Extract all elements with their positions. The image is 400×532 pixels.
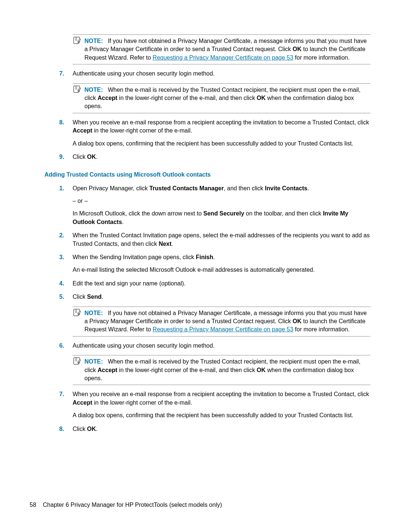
or-text: – or –: [73, 197, 370, 205]
list-item: 1. Open Privacy Manager, click Trusted C…: [59, 184, 370, 227]
step-text: in the lower-right corner of the e-mail.: [92, 127, 192, 134]
step-number: 5.: [59, 293, 73, 301]
chapter-title: Chapter 6 Privacy Manager for HP Protect…: [43, 502, 222, 508]
step-number: 3.: [59, 253, 73, 261]
list-item: 8. Click OK.: [59, 425, 370, 433]
step-text: When the Trusted Contact Invitation page…: [73, 232, 370, 247]
bold-accept: Accept: [98, 95, 117, 101]
list-item: 8. When you receive an e-mail response f…: [59, 118, 370, 148]
step-text: Click: [73, 426, 87, 432]
step-text: on the toolbar, and then click: [244, 210, 323, 217]
link-request-cert[interactable]: Requesting a Privacy Manager Certificate…: [153, 326, 293, 332]
bold-next: Next: [159, 241, 171, 247]
bold-finish: Finish: [196, 254, 213, 260]
link-request-cert[interactable]: Requesting a Privacy Manager Certificate…: [153, 54, 293, 61]
note-box: NOTE: When the e-mail is received by the…: [73, 355, 370, 385]
step-text: , and then click: [224, 185, 265, 191]
note-label: NOTE:: [84, 87, 103, 93]
note-text: for more information.: [293, 54, 350, 61]
note-box: NOTE: When the e-mail is received by the…: [73, 83, 370, 113]
step-para: An e-mail listing the selected Microsoft…: [73, 266, 370, 274]
step-number: 4.: [59, 280, 73, 288]
bold-ok: OK: [87, 426, 96, 432]
note-icon: [73, 85, 81, 94]
bold-ok: OK: [257, 95, 266, 101]
step-text: Authenticate using your chosen security …: [73, 70, 370, 78]
step-number: 6.: [59, 342, 73, 350]
step-text: .: [96, 426, 97, 432]
bold-accept: Accept: [73, 399, 92, 406]
step-text: .: [96, 154, 97, 160]
list-item: 7. When you receive an e-mail response f…: [59, 390, 370, 419]
step-text: Authenticate using your chosen security …: [73, 342, 370, 350]
list-item: 9. Click OK.: [59, 153, 370, 161]
note-label: NOTE:: [84, 358, 103, 365]
step-text: .: [171, 241, 173, 247]
note-text: for more information.: [293, 326, 350, 332]
note-label: NOTE:: [84, 310, 103, 316]
page-footer: 58Chapter 6 Privacy Manager for HP Prote…: [30, 501, 222, 509]
step-para: A dialog box opens, confirming that the …: [73, 140, 370, 148]
bold-accept: Accept: [98, 367, 117, 373]
list-item: 3. When the Sending Invitation page open…: [59, 253, 370, 274]
step-para: A dialog box opens, confirming that the …: [73, 411, 370, 419]
section-heading: Adding Trusted Contacts using Microsoft …: [44, 171, 370, 179]
step-text: in the lower-right corner of the e-mail.: [92, 399, 192, 406]
bold-send: Send: [87, 294, 101, 300]
list-item: 6. Authenticate using your chosen securi…: [59, 342, 370, 350]
step-text: When the Sending Invitation page opens, …: [73, 254, 196, 260]
bold-ok: OK: [293, 46, 301, 52]
step-text: .: [213, 254, 215, 260]
bold-accept: Accept: [73, 127, 92, 134]
step-number: 9.: [59, 153, 73, 161]
bold: Invite Contacts: [265, 185, 307, 191]
bold: Trusted Contacts Manager: [149, 185, 224, 191]
note-icon: [73, 36, 81, 45]
note-label: NOTE:: [84, 38, 103, 44]
step-number: 7.: [59, 70, 73, 78]
page-number: 58: [30, 502, 36, 508]
step-text: .: [101, 294, 103, 300]
list-item: 2. When the Trusted Contact Invitation p…: [59, 231, 370, 248]
list-item: 4. Edit the text and sign your name (opt…: [59, 280, 370, 288]
note-text: in the lower-right corner of the e-mail,…: [117, 367, 257, 373]
bold-ok: OK: [257, 367, 266, 373]
step-text: Click: [73, 154, 87, 160]
bold-ok: OK: [87, 154, 96, 160]
bold-ok: OK: [293, 318, 301, 324]
note-icon: [73, 308, 81, 317]
step-number: 8.: [59, 425, 73, 433]
step-number: 1.: [59, 184, 73, 193]
step-text: Click: [73, 294, 87, 300]
list-item: 5. Click Send.: [59, 293, 370, 301]
note-box: NOTE: If you have not obtained a Privacy…: [73, 34, 370, 64]
step-text: When you receive an e-mail response from…: [73, 391, 369, 397]
bold: Send Securely: [203, 210, 244, 217]
note-box: NOTE: If you have not obtained a Privacy…: [73, 307, 370, 337]
note-text: in the lower-right corner of the e-mail,…: [117, 95, 257, 101]
step-text: In Microsoft Outlook, click the down arr…: [73, 210, 203, 217]
step-number: 2.: [59, 231, 73, 240]
step-text: .: [122, 219, 123, 225]
step-text: .: [307, 185, 309, 191]
step-text: When you receive an e-mail response from…: [73, 119, 369, 126]
note-icon: [73, 357, 81, 365]
step-text: Open Privacy Manager, click: [73, 185, 149, 191]
step-number: 7.: [59, 390, 73, 398]
step-text: Edit the text and sign your name (option…: [73, 280, 370, 288]
list-item: 7. Authenticate using your chosen securi…: [59, 70, 370, 78]
step-number: 8.: [59, 118, 73, 127]
